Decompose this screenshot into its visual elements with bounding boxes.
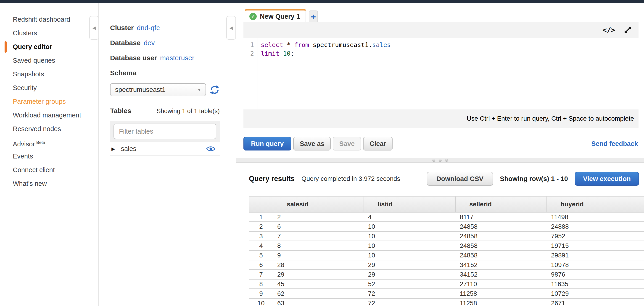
sidebar-nav: Redshift dashboardClustersQuery editorSa… — [0, 3, 98, 190]
code-line: 1select * from spectrumuseast1.sales — [244, 41, 638, 49]
results-body: 1248117114982610248582488837102485879524… — [249, 212, 644, 306]
clipped-cell — [638, 222, 644, 231]
preview-table-button[interactable] — [206, 146, 216, 152]
save-button[interactable]: Save — [333, 137, 361, 151]
filter-tables-input[interactable] — [114, 124, 216, 139]
view-execution-button[interactable]: View execution — [575, 172, 639, 186]
send-feedback-link[interactable]: Send feedback — [591, 140, 638, 148]
format-code-icon[interactable]: </> — [602, 26, 615, 34]
sidebar-item-security[interactable]: Security — [0, 81, 98, 95]
data-cell: 29 — [364, 260, 456, 269]
data-cell: 29 — [364, 270, 456, 279]
save-as-button[interactable]: Save as — [293, 137, 331, 151]
data-cell: 24858 — [456, 222, 547, 231]
collapse-left-icon: ◀ — [229, 25, 233, 30]
data-cell: 10 — [364, 241, 456, 250]
data-cell: 63 — [273, 299, 364, 306]
data-cell: 28 — [273, 260, 364, 269]
schema-select-value: spectrumuseast1 — [115, 86, 166, 94]
data-cell: 62 — [273, 289, 364, 298]
table-row: 72929341529876 — [249, 270, 644, 280]
sidebar-item-label: Events — [13, 153, 33, 160]
code-token: select — [261, 41, 283, 48]
clipped-cell — [638, 270, 644, 279]
column-header-listid: listid — [364, 196, 456, 212]
eye-icon — [206, 146, 216, 152]
collapse-connection-panel-button[interactable]: ◀ — [226, 16, 236, 40]
data-cell: 72 — [364, 299, 456, 306]
clipped-cell — [638, 251, 644, 260]
sidebar-item-events[interactable]: Events — [0, 149, 98, 163]
beta-badge: Beta — [36, 140, 45, 145]
database-user-link[interactable]: masteruser — [160, 54, 194, 62]
data-cell: 8 — [273, 241, 364, 250]
clipped-cell — [638, 212, 644, 221]
tab-new-query-1[interactable]: ✔ New Query 1 — [245, 9, 306, 22]
new-query-tab-button[interactable]: + — [309, 10, 318, 23]
expand-table-icon[interactable]: ▶ — [112, 146, 115, 152]
column-header-sellerid: sellerid — [456, 196, 547, 212]
refresh-schema-button[interactable] — [210, 85, 220, 95]
schema-select[interactable]: spectrumuseast1 ▾ — [110, 83, 206, 96]
sidebar-item-label: Query editor — [13, 43, 52, 50]
sidebar-item-connect-client[interactable]: Connect client — [0, 163, 98, 177]
cluster-label: Cluster — [110, 24, 134, 31]
sidebar-item-label: Connect client — [13, 166, 55, 173]
download-csv-button[interactable]: Download CSV — [427, 172, 493, 186]
sidebar-item-saved-queries[interactable]: Saved queries — [0, 54, 98, 67]
clipped-cell — [638, 241, 644, 250]
sidebar-item-label: Reserved nodes — [13, 125, 61, 133]
table-row: 48102485819715 — [249, 241, 644, 251]
code-line: 2limit 10; — [244, 49, 638, 58]
sidebar-item-reserved-nodes[interactable]: Reserved nodes — [0, 122, 98, 136]
data-cell: 24858 — [456, 241, 547, 250]
data-cell: 2 — [273, 212, 364, 221]
cluster-link[interactable]: dnd-qfc — [137, 24, 160, 31]
clear-button[interactable]: Clear — [363, 137, 392, 151]
sidebar-item-advisor[interactable]: AdvisorBeta — [0, 136, 98, 149]
table-row: 3710248587952 — [249, 232, 644, 241]
code-line-text[interactable]: select * from spectrumuseast1.sales — [258, 41, 391, 49]
tables-count: Showing 1 of 1 table(s) — [157, 108, 220, 115]
code-token — [279, 50, 283, 57]
plus-icon: + — [311, 12, 316, 22]
table-list-item-sales[interactable]: ▶ sales — [110, 142, 220, 155]
refresh-icon — [210, 85, 220, 95]
data-cell: 6 — [273, 222, 364, 231]
sql-code-area[interactable]: 1select * from spectrumuseast1.sales2lim… — [244, 38, 638, 110]
editor-toolbar: </> — [602, 25, 632, 34]
schema-label: Schema — [110, 69, 220, 77]
data-cell: 24888 — [547, 222, 638, 231]
data-cell: 10 — [364, 232, 456, 241]
sidebar-item-what-s-new[interactable]: What's new — [0, 177, 98, 190]
chevron-down-icon: ▾ — [198, 87, 200, 93]
data-cell: 52 — [364, 280, 456, 289]
code-line-text[interactable]: limit 10; — [258, 49, 294, 58]
row-number-cell: 1 — [250, 212, 273, 221]
data-cell: 11258 — [456, 289, 547, 298]
expand-editor-button[interactable] — [624, 25, 632, 34]
data-cell: 10 — [364, 251, 456, 260]
collapse-sidebar-button[interactable]: ◀ — [89, 16, 99, 40]
results-header: Query results Query completed in 3.972 s… — [249, 172, 639, 185]
sidebar-item-workload-management[interactable]: Workload management — [0, 108, 98, 122]
data-cell: 11635 — [547, 280, 638, 289]
sidebar-item-query-editor[interactable]: Query editor — [0, 40, 98, 54]
sidebar-item-parameter-groups[interactable]: Parameter groups — [0, 95, 98, 108]
query-results-section: Query results Query completed in 3.972 s… — [236, 160, 644, 306]
data-cell: 24858 — [456, 232, 547, 241]
row-number-cell: 8 — [250, 280, 273, 289]
run-query-button[interactable]: Run query — [244, 137, 291, 151]
sidebar-item-redshift-dashboard[interactable]: Redshift dashboard — [0, 12, 98, 26]
main-area: ✔ New Query 1 + </> 1select * from spect… — [236, 3, 644, 306]
sidebar-item-clusters[interactable]: Clusters — [0, 26, 98, 40]
clipped-cell — [638, 280, 644, 289]
database-link[interactable]: dev — [144, 39, 154, 46]
filter-tables-wrap — [110, 121, 220, 142]
query-status-text: Query completed in 3.972 seconds — [302, 175, 400, 182]
data-cell: 8117 — [456, 212, 547, 221]
sidebar-item-snapshots[interactable]: Snapshots — [0, 67, 98, 81]
line-number: 1 — [244, 41, 258, 49]
schema-select-row: spectrumuseast1 ▾ — [110, 83, 220, 96]
data-cell: 2671 — [547, 299, 638, 306]
